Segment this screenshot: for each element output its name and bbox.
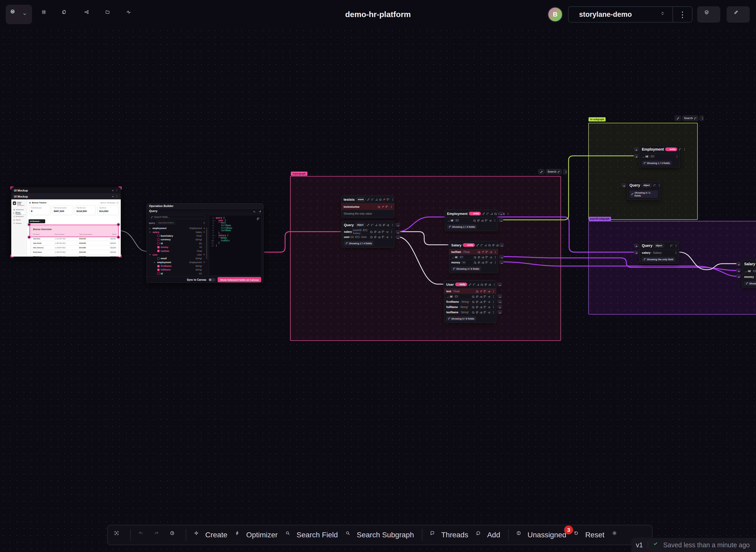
search-icon[interactable] bbox=[653, 184, 656, 186]
arrow-l-icon[interactable] bbox=[635, 155, 637, 157]
field-tree-row[interactable]: employment Employment + bbox=[149, 227, 206, 230]
eye-icon[interactable] bbox=[378, 230, 381, 233]
swap-icon[interactable] bbox=[489, 219, 492, 222]
field-checkbox[interactable] bbox=[157, 272, 159, 275]
region-search-button[interactable]: Search bbox=[546, 169, 562, 174]
search-icon[interactable] bbox=[746, 282, 748, 284]
arrow-r-icon[interactable] bbox=[397, 236, 399, 239]
hr-subgraph-region[interactable] bbox=[588, 123, 698, 220]
search-icon[interactable] bbox=[557, 170, 560, 173]
tag-icon[interactable] bbox=[483, 311, 486, 313]
search-icon[interactable] bbox=[449, 225, 451, 228]
kebab-icon[interactable] bbox=[492, 311, 494, 313]
search-icon[interactable] bbox=[448, 317, 450, 319]
field-checkbox[interactable] bbox=[157, 246, 159, 249]
add-comment-button[interactable]: Add bbox=[476, 531, 500, 539]
tag-icon[interactable] bbox=[485, 256, 488, 258]
search-icon[interactable] bbox=[643, 162, 646, 164]
node-header[interactable]: Salary entity bbox=[449, 241, 498, 249]
expander-icon[interactable] bbox=[149, 231, 151, 233]
graph-canvas[interactable]: Supergraph hr-subgraph payroll-subgraph … bbox=[0, 0, 756, 552]
app-logo-button[interactable] bbox=[6, 5, 32, 24]
copy-icon[interactable] bbox=[477, 256, 480, 258]
kebab-icon[interactable] bbox=[492, 290, 494, 292]
activity-tool-button[interactable] bbox=[126, 9, 136, 20]
operation-builder-panel[interactable]: Operation Builder Query Search fields...… bbox=[146, 203, 263, 283]
node-header[interactable]: Query object bbox=[342, 221, 394, 229]
mockup-titlebar[interactable]: UI Mockup ×⋮ bbox=[11, 187, 121, 193]
search-icon[interactable] bbox=[453, 267, 455, 270]
arrow-r-icon[interactable] bbox=[500, 261, 503, 263]
enum-value-row[interactable]: testestsetse bbox=[341, 203, 394, 210]
swap-icon[interactable] bbox=[489, 261, 492, 264]
kebab-icon[interactable] bbox=[492, 283, 495, 286]
workspace-menu-button[interactable]: ⋮ bbox=[673, 10, 692, 19]
locate-icon[interactable] bbox=[540, 170, 543, 173]
supergraph-region[interactable] bbox=[290, 176, 561, 341]
copy-icon[interactable] bbox=[476, 300, 478, 303]
search-field-button[interactable]: Search Field bbox=[286, 531, 338, 539]
id-input-handle[interactable] bbox=[634, 154, 638, 158]
selection-corner[interactable] bbox=[119, 186, 121, 189]
node-header[interactable]: Salary entity bbox=[742, 260, 756, 268]
edit-icon[interactable] bbox=[477, 251, 480, 253]
arrow-l-icon[interactable] bbox=[737, 263, 740, 265]
search-icon[interactable] bbox=[480, 244, 483, 246]
node-output-handle[interactable] bbox=[498, 283, 502, 286]
swap-icon[interactable] bbox=[488, 306, 490, 308]
search-icon[interactable] bbox=[371, 198, 373, 201]
arrow-l-icon[interactable] bbox=[737, 275, 740, 278]
policies-button[interactable] bbox=[697, 6, 720, 23]
search-subgraph-button[interactable]: Search Subgraph bbox=[346, 531, 414, 539]
selection-handle[interactable] bbox=[27, 223, 31, 226]
add-operation-icon[interactable] bbox=[258, 210, 261, 212]
field-row-lastname[interactable]: lastName: String! bbox=[444, 309, 496, 314]
field-row-money[interactable]: money: Int bbox=[449, 260, 498, 265]
edit-icon[interactable] bbox=[472, 295, 474, 298]
node-query-hr[interactable]: Query object Showing 0 / 1 fields bbox=[627, 181, 660, 200]
sidebar-item[interactable]: ◫ Employees bbox=[12, 215, 26, 218]
reset-button[interactable]: Reset bbox=[574, 531, 604, 539]
expander-icon[interactable] bbox=[149, 253, 151, 256]
add-field-icon[interactable]: + bbox=[203, 253, 206, 256]
search-icon[interactable] bbox=[345, 242, 348, 244]
sidebar-item[interactable]: ▦ Dashboard bbox=[12, 208, 26, 211]
tag-icon[interactable] bbox=[483, 306, 486, 308]
panel-toggle-icon[interactable]: ▣ bbox=[29, 202, 31, 204]
close-icon[interactable]: × bbox=[112, 195, 114, 198]
edit-icon[interactable] bbox=[377, 205, 380, 208]
edit-icon[interactable] bbox=[473, 261, 476, 264]
edge-mockup-to-opbuilder[interactable] bbox=[119, 231, 146, 251]
field-checkbox[interactable] bbox=[157, 257, 159, 260]
field-row-money[interactable]: money: Int bbox=[742, 274, 756, 279]
field-row-id[interactable]: id: ID! bbox=[444, 294, 496, 299]
copy-icon[interactable] bbox=[476, 295, 478, 298]
arrow-r-icon[interactable] bbox=[500, 219, 502, 222]
edit-icon[interactable] bbox=[480, 283, 483, 286]
arrow-r-icon[interactable] bbox=[499, 306, 501, 308]
eye-icon[interactable] bbox=[496, 244, 499, 246]
field-row-test-removed[interactable]: test: Float bbox=[444, 288, 496, 294]
field-tree-row[interactable]: baseSalary Float! + bbox=[149, 234, 206, 238]
payroll-subgraph-label[interactable]: payroll-subgraph bbox=[588, 217, 611, 221]
field-checkbox[interactable] bbox=[157, 250, 159, 252]
field-checkbox[interactable] bbox=[157, 265, 159, 267]
kebab-icon[interactable] bbox=[391, 198, 393, 201]
plus-icon[interactable] bbox=[375, 198, 377, 201]
kebab-icon[interactable] bbox=[675, 155, 677, 158]
expander-icon[interactable] bbox=[154, 261, 156, 263]
show-selected-fields-button[interactable]: Show Selected Fields on Canvas bbox=[218, 277, 261, 282]
id-output-handle[interactable] bbox=[498, 294, 502, 298]
kebab-icon[interactable] bbox=[492, 306, 494, 308]
kebab-icon[interactable] bbox=[674, 244, 676, 247]
search-icon[interactable] bbox=[371, 224, 373, 226]
kebab-icon[interactable] bbox=[506, 212, 509, 215]
arrow-r-icon[interactable] bbox=[500, 244, 503, 246]
node-input-handle[interactable] bbox=[634, 147, 638, 151]
pages-tool-button[interactable] bbox=[61, 9, 72, 20]
search-icon[interactable] bbox=[631, 193, 633, 195]
workspace-selector[interactable]: storylane-demo ⋮ bbox=[568, 6, 692, 23]
tag-icon[interactable] bbox=[387, 198, 389, 201]
plus-icon[interactable] bbox=[484, 244, 487, 246]
field-row-salary[interactable]: salary(userId: ID!): Salary bbox=[342, 229, 394, 234]
